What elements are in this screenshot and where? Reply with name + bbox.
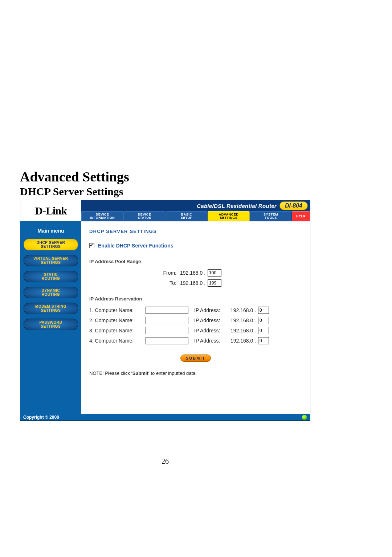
sidebar: Main menu DHCP SERVERSETTINGS VIRTUAL SE… <box>20 221 81 414</box>
status-dot-icon <box>302 415 307 420</box>
computer-name-input-3[interactable] <box>146 327 188 334</box>
sidebar-item-label: STATICROUTING <box>42 273 60 280</box>
tab-advanced-settings[interactable]: ADVANCED SETTINGS <box>208 211 250 221</box>
brand-logo: D-Link <box>35 205 66 217</box>
body-row: Main menu DHCP SERVERSETTINGS VIRTUAL SE… <box>20 221 310 414</box>
ip-pool-from-row: From: 192.168.0 . <box>89 269 302 277</box>
tab-label: STATUS <box>138 216 151 220</box>
ip-pool-from-prefix: 192.168.0 . <box>180 270 208 276</box>
enable-dhcp-label: Enable DHCP Server Functions <box>98 243 173 249</box>
from-label: From: <box>89 270 180 276</box>
ip-address-label: IP Address: <box>194 318 230 323</box>
model-pill: DI-804 <box>279 201 308 210</box>
ip-reservation-heading: IP Address Reservation <box>89 296 302 302</box>
ip-pool-heading: IP Address Pool Range <box>89 259 302 264</box>
doc-title: Advanced Settings <box>20 169 372 185</box>
ip-octet-input-2[interactable] <box>258 317 269 324</box>
tab-label: SETUP <box>181 216 193 220</box>
reservation-number-label: 2. Computer Name: <box>89 318 146 323</box>
ip-address-label: IP Address: <box>194 338 230 344</box>
reservation-row: 4. Computer Name: IP Address: 192.168.0 … <box>89 337 302 344</box>
reservation-row: 1. Computer Name: IP Address: 192.168.0 … <box>89 307 302 314</box>
enable-dhcp-checkbox[interactable] <box>89 243 94 248</box>
sidebar-item-label: MODEM STRINGSETTINGS <box>35 304 66 312</box>
sidebar-item-password-settings[interactable]: PASSWORDSETTINGS <box>24 319 78 330</box>
note-text: NOTE: Please click 'Submit' to enter inp… <box>89 370 302 376</box>
computer-name-input-2[interactable] <box>146 317 188 324</box>
ip-octet-input-3[interactable] <box>258 327 269 334</box>
ip-address-label: IP Address: <box>194 307 230 313</box>
submit-wrap: Submit <box>89 355 302 362</box>
ip-pool-to-prefix: 192.168.0 . <box>180 280 208 286</box>
page-number: 26 <box>20 457 310 466</box>
ip-octet-input-1[interactable] <box>258 307 269 314</box>
tab-basic-setup[interactable]: BASIC SETUP <box>166 211 208 221</box>
tab-label: TOOLS <box>265 216 277 220</box>
reservation-number-label: 4. Computer Name: <box>89 338 146 344</box>
computer-name-input-4[interactable] <box>146 337 188 344</box>
copyright-text: Copyright © 2000 <box>23 415 59 420</box>
ip-reservation-prefix: 192.168.0 . <box>230 338 258 344</box>
sidebar-item-label: PASSWORDSETTINGS <box>40 320 62 328</box>
tab-label: INFORMATION <box>90 216 115 220</box>
sidebar-item-label: VIRTUAL SERVERSETTINGS <box>33 257 68 265</box>
ip-reservation-prefix: 192.168.0 . <box>230 318 258 323</box>
computer-name-input-1[interactable] <box>146 307 188 314</box>
logo-cell: D-Link <box>20 200 81 221</box>
to-label: To: <box>89 280 180 286</box>
ip-reservation-section: IP Address Reservation 1. Computer Name:… <box>89 296 302 344</box>
sidebar-item-label: DHCP SERVERSETTINGS <box>37 241 65 249</box>
ip-octet-input-4[interactable] <box>258 337 269 344</box>
sidebar-item-dhcp-server-settings[interactable]: DHCP SERVERSETTINGS <box>24 239 78 250</box>
ip-reservation-prefix: 192.168.0 . <box>230 328 258 333</box>
reservation-row: 3. Computer Name: IP Address: 192.168.0 … <box>89 327 302 334</box>
enable-dhcp-row: Enable DHCP Server Functions <box>89 243 302 249</box>
content-panel: DHCP SERVER SETTINGS Enable DHCP Server … <box>81 221 310 414</box>
reservation-number-label: 3. Computer Name: <box>89 328 146 333</box>
tab-label: HELP <box>296 215 306 218</box>
topbar: D-Link Cable/DSL Residential Router DI-8… <box>20 200 310 221</box>
submit-button[interactable]: Submit <box>180 355 211 362</box>
sidebar-item-label: DYNAMICROUTING <box>42 288 60 296</box>
tab-device-status[interactable]: DEVICE STATUS <box>123 211 166 221</box>
tab-label: SETTINGS <box>220 216 237 220</box>
nav-tabs: DEVICE INFORMATION DEVICE STATUS BASIC S… <box>81 211 310 221</box>
doc-subtitle: DHCP Server Settings <box>20 185 372 198</box>
reservation-number-label: 1. Computer Name: <box>89 307 146 313</box>
sidebar-item-dynamic-routing[interactable]: DYNAMICROUTING <box>24 287 78 298</box>
ip-pool-to-input[interactable] <box>208 279 221 287</box>
banner: Cable/DSL Residential Router DI-804 <box>81 200 310 211</box>
tab-device-information[interactable]: DEVICE INFORMATION <box>81 211 123 221</box>
ip-address-label: IP Address: <box>194 328 230 333</box>
tab-help[interactable]: HELP <box>292 211 310 221</box>
topbar-right: Cable/DSL Residential Router DI-804 DEVI… <box>81 200 310 221</box>
reservation-row: 2. Computer Name: IP Address: 192.168.0 … <box>89 317 302 324</box>
footer: Copyright © 2000 <box>20 414 310 421</box>
section-heading: DHCP SERVER SETTINGS <box>89 229 302 234</box>
tab-system-tools[interactable]: SYSTEM TOOLS <box>250 211 292 221</box>
sidebar-title: Main menu <box>37 228 64 234</box>
ip-pool-from-input[interactable] <box>208 269 221 277</box>
ip-reservation-prefix: 192.168.0 . <box>230 307 258 313</box>
sidebar-item-virtual-server-settings[interactable]: VIRTUAL SERVERSETTINGS <box>24 255 78 266</box>
banner-label: Cable/DSL Residential Router <box>197 203 277 209</box>
sidebar-item-modem-string-settings[interactable]: MODEM STRINGSETTINGS <box>24 303 78 314</box>
router-ui-screenshot: D-Link Cable/DSL Residential Router DI-8… <box>20 200 310 421</box>
ip-pool-to-row: To: 192.168.0 . <box>89 279 302 287</box>
sidebar-item-static-routing[interactable]: STATICROUTING <box>24 271 78 282</box>
